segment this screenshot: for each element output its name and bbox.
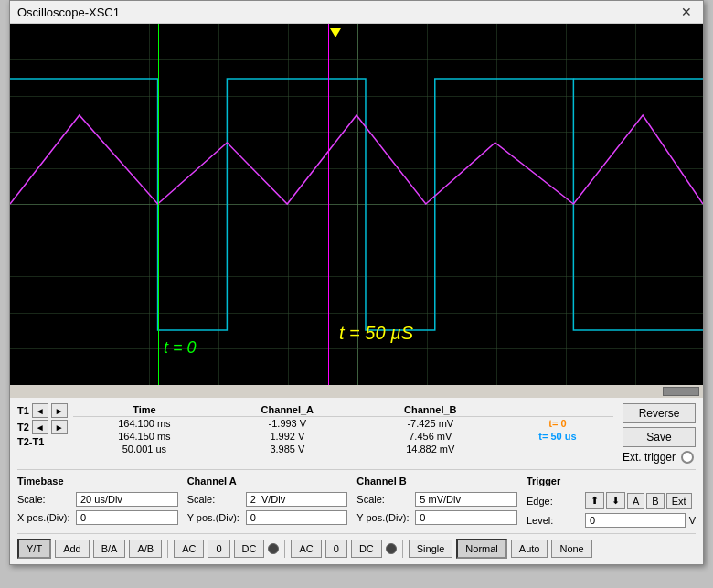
t2t1-chb: 14.882 mV — [359, 443, 502, 455]
t1-right-arrow[interactable]: ► — [51, 403, 68, 418]
right-buttons: Reverse Save Ext. trigger — [623, 403, 696, 464]
scrollbar-area — [10, 385, 703, 398]
title-bar: Oscilloscope-XSC1 ✕ — [10, 1, 703, 24]
measurements-row: T1 ◄ ► T2 ◄ ► T2-T1 Time Chan — [17, 403, 696, 464]
trigger-edge-rising[interactable]: ⬆ — [585, 492, 604, 509]
channel-b-scale-input[interactable] — [415, 492, 517, 507]
channel-b-scale-row: Scale: — [356, 492, 517, 507]
scrollbar-thumb[interactable] — [663, 387, 699, 396]
channel-b-ac-button[interactable]: AC — [291, 540, 321, 558]
separator-1 — [167, 540, 168, 558]
cursor-t1-row: T1 ◄ ► — [17, 403, 68, 418]
trigger-edge-b[interactable]: B — [646, 493, 664, 509]
trigger-edge-buttons: ⬆ ⬇ A B Ext — [585, 492, 692, 509]
trigger-title: Trigger — [527, 476, 696, 486]
channel-b-ypos-label: Y pos.(Div): — [356, 512, 411, 523]
cursor-t2[interactable] — [328, 24, 329, 385]
channel-a-zero-button[interactable]: 0 — [208, 540, 229, 558]
t2-cha: 1.992 V — [216, 430, 358, 443]
separator-2 — [284, 540, 285, 558]
cursor-label-t1: t = 0 — [164, 338, 197, 358]
col-time: Time — [73, 403, 216, 417]
t2-tag: t= 50 us — [502, 430, 613, 443]
t2-time: 164.150 ms — [73, 430, 216, 443]
t2t1-text: T2-T1 — [17, 436, 44, 447]
timebase-group: Timebase Scale: X pos.(Div): — [17, 476, 178, 528]
measurement-t2t1-row: 50.001 us 3.985 V 14.882 mV — [73, 443, 613, 455]
channel-b-zero-button[interactable]: 0 — [325, 540, 347, 558]
channel-a-ac-button[interactable]: AC — [174, 540, 204, 558]
channel-a-dc-button[interactable]: DC — [234, 540, 265, 558]
channel-b-scale-label: Scale: — [356, 494, 411, 505]
timebase-scale-input[interactable] — [76, 492, 178, 507]
timebase-xpos-input[interactable] — [76, 510, 178, 525]
channel-a-ypos-input[interactable] — [246, 510, 348, 525]
channel-a-title: Channel A — [187, 476, 348, 486]
cursor-t1[interactable] — [158, 24, 159, 385]
close-button[interactable]: ✕ — [677, 5, 696, 19]
cursor-t2t1-row: T2-T1 — [17, 436, 68, 447]
auto-button[interactable]: Auto — [511, 540, 548, 558]
timebase-scale-label: Scale: — [17, 494, 72, 505]
channel-b-waveform — [10, 115, 703, 204]
t1-tag: t= 0 — [502, 417, 613, 431]
channel-a-scale-row: Scale: — [187, 492, 348, 507]
t2-left-arrow[interactable]: ◄ — [32, 420, 48, 434]
ba-button[interactable]: B/A — [93, 540, 126, 558]
t1-chb: -7.425 mV — [359, 417, 502, 431]
ab-button[interactable]: A/B — [129, 540, 162, 558]
trigger-level-input[interactable] — [585, 513, 686, 528]
ext-trigger-radio[interactable] — [681, 451, 694, 464]
single-button[interactable]: Single — [409, 540, 453, 558]
channel-a-led — [268, 543, 279, 554]
measurement-t1-row: 164.100 ms -1.993 V -7.425 mV t= 0 — [73, 417, 613, 431]
add-button[interactable]: Add — [55, 540, 90, 558]
none-button[interactable]: None — [551, 540, 591, 558]
trigger-edge-row: Edge: ⬆ ⬇ A B Ext — [527, 492, 696, 509]
bottom-row: Y/T Add B/A A/B AC 0 DC AC 0 DC Single N… — [17, 533, 696, 559]
channel-a-scale-input[interactable] — [246, 492, 348, 507]
oscilloscope-window: Oscilloscope-XSC1 ✕ — [9, 0, 704, 565]
channel-a-ypos-row: Y pos.(Div): — [187, 510, 348, 525]
channel-a-scale-label: Scale: — [187, 494, 242, 505]
channel-a-group: Channel A Scale: Y pos.(Div): — [187, 476, 348, 528]
cursor-t2-row: T2 ◄ ► — [17, 420, 68, 434]
window-title: Oscilloscope-XSC1 — [17, 5, 120, 19]
settings-row: Timebase Scale: X pos.(Div): Channel A S… — [17, 469, 696, 528]
yt-button[interactable]: Y/T — [17, 539, 51, 559]
t2t1-cha: 3.985 V — [216, 443, 358, 455]
channel-b-title: Channel B — [356, 476, 517, 486]
t2-right-arrow[interactable]: ► — [51, 420, 68, 434]
measurements-table: Time Channel_A Channel_B 164.100 ms -1.9… — [73, 403, 613, 455]
trigger-group: Trigger Edge: ⬆ ⬇ A B Ext Level: V — [527, 476, 696, 528]
trigger-edge-ext[interactable]: Ext — [666, 493, 692, 509]
channel-b-ypos-row: Y pos.(Div): — [356, 510, 517, 525]
oscilloscope-screen: t = 0 t = 50 µS — [10, 24, 703, 385]
trigger-level-label: Level: — [527, 515, 581, 526]
trigger-edge-falling[interactable]: ⬇ — [606, 492, 625, 509]
trigger-level-row: Level: V — [527, 513, 696, 528]
t1-cha: -1.993 V — [216, 417, 358, 431]
timebase-title: Timebase — [17, 476, 178, 486]
timebase-xpos-row: X pos.(Div): — [17, 510, 178, 525]
channel-a-waveform — [10, 79, 703, 330]
measurement-t2-row: 164.150 ms 1.992 V 7.456 mV t= 50 us — [73, 430, 613, 443]
trigger-edge-a[interactable]: A — [627, 493, 644, 509]
ext-trigger-label: Ext. trigger — [623, 451, 676, 464]
col-cha: Channel_A — [216, 403, 358, 417]
controls-panel: T1 ◄ ► T2 ◄ ► T2-T1 Time Chan — [10, 398, 703, 564]
cursor-labels-col: T1 ◄ ► T2 ◄ ► T2-T1 — [17, 403, 68, 447]
channel-b-led — [386, 543, 397, 554]
t1-left-arrow[interactable]: ◄ — [32, 403, 48, 418]
channel-b-dc-button[interactable]: DC — [351, 540, 382, 558]
col-tag — [502, 403, 613, 417]
reverse-button[interactable]: Reverse — [623, 403, 696, 423]
timebase-xpos-label: X pos.(Div): — [17, 512, 72, 523]
separator-3 — [402, 540, 403, 558]
channel-b-ypos-input[interactable] — [415, 510, 517, 525]
channel-a-ypos-label: Y pos.(Div): — [187, 512, 242, 523]
normal-button[interactable]: Normal — [456, 539, 506, 559]
channel-b-group: Channel B Scale: Y pos.(Div): — [356, 476, 517, 528]
save-button[interactable]: Save — [623, 427, 696, 447]
ext-trigger-row: Ext. trigger — [623, 451, 694, 464]
